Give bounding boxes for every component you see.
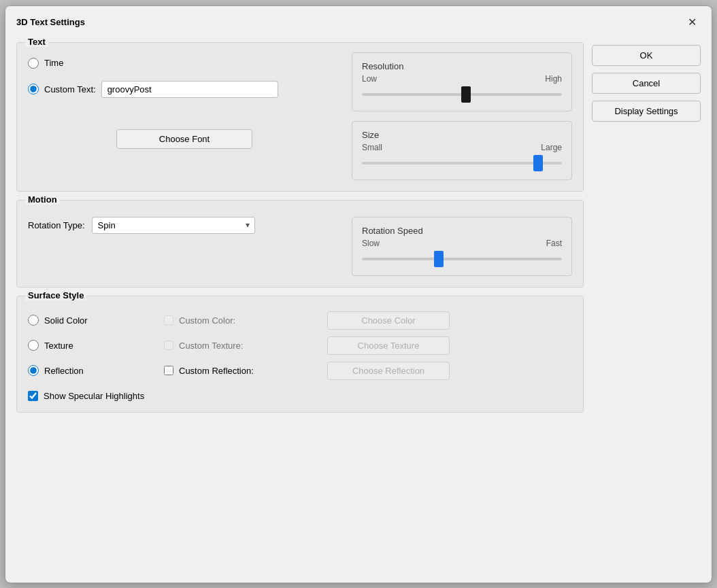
custom-texture-label: Custom Texture: xyxy=(179,341,243,351)
rotation-row: Rotation Type: Spin Seesaw None xyxy=(28,217,341,234)
specular-label: Show Specular Highlights xyxy=(44,391,144,401)
reflection-radio-col: Reflection xyxy=(28,365,164,376)
text-section-inner: Time Custom Text: Choose Font xyxy=(28,52,572,180)
size-slider-container xyxy=(362,155,562,171)
surface-section-label: Surface Style xyxy=(25,290,86,300)
ok-button[interactable]: OK xyxy=(592,45,701,66)
text-section: Text Time Custom Text: Choos xyxy=(16,42,584,192)
rotation-speed-label: Rotation Speed xyxy=(362,226,562,236)
size-label: Size xyxy=(362,130,562,140)
custom-reflection-checkbox[interactable] xyxy=(164,366,173,375)
size-labels: Small Large xyxy=(362,143,562,152)
right-panel: OK Cancel Display Settings xyxy=(592,42,701,572)
texture-radio-col: Texture xyxy=(28,340,164,351)
rotation-type-select-wrapper: Spin Seesaw None xyxy=(92,217,255,234)
custom-texture-checkbox[interactable] xyxy=(164,341,173,350)
resolution-high-label: High xyxy=(545,74,562,84)
motion-section-label: Motion xyxy=(25,194,60,205)
custom-reflection-label: Custom Reflection: xyxy=(179,366,254,376)
motion-section-inner: Rotation Type: Spin Seesaw None xyxy=(28,210,572,276)
custom-text-radio[interactable] xyxy=(28,84,39,94)
solid-color-label: Solid Color xyxy=(44,315,88,326)
reflection-label: Reflection xyxy=(44,366,84,376)
specular-checkbox[interactable] xyxy=(28,391,38,401)
rotation-type-label: Rotation Type: xyxy=(28,220,85,230)
text-right: Resolution Low High Size xyxy=(352,52,572,180)
motion-right: Rotation Speed Slow Fast xyxy=(352,210,572,276)
text-section-label: Text xyxy=(25,37,48,47)
texture-row: Texture Custom Texture: Choose Texture xyxy=(28,336,572,355)
texture-radio[interactable] xyxy=(28,340,39,351)
custom-color-checkbox[interactable] xyxy=(164,315,173,325)
rotation-speed-fast-label: Fast xyxy=(546,239,562,248)
specular-row: Show Specular Highlights xyxy=(28,391,572,401)
choose-font-button[interactable]: Choose Font xyxy=(116,129,252,149)
rotation-speed-group: Rotation Speed Slow Fast xyxy=(352,217,572,276)
rotation-type-select[interactable]: Spin Seesaw None xyxy=(92,217,255,234)
resolution-labels: Low High xyxy=(362,74,562,84)
time-radio-row: Time xyxy=(28,58,341,69)
rotation-speed-slider-container xyxy=(362,251,562,267)
resolution-slider[interactable] xyxy=(362,93,562,96)
time-radio[interactable] xyxy=(28,58,39,69)
custom-text-input[interactable] xyxy=(101,81,278,98)
custom-color-label: Custom Color: xyxy=(179,315,235,326)
custom-text-row: Custom Text: xyxy=(28,81,341,98)
size-large-label: Large xyxy=(541,143,562,152)
rotation-speed-slow-label: Slow xyxy=(362,239,380,248)
solid-color-radio[interactable] xyxy=(28,315,39,326)
size-small-label: Small xyxy=(362,143,382,152)
close-button[interactable]: ✕ xyxy=(684,14,701,30)
display-settings-button[interactable]: Display Settings xyxy=(592,101,701,122)
custom-texture-check-col: Custom Texture: xyxy=(164,341,327,351)
resolution-label: Resolution xyxy=(362,61,562,71)
choose-reflection-button[interactable]: Choose Reflection xyxy=(327,362,450,380)
cancel-button[interactable]: Cancel xyxy=(592,73,701,94)
reflection-row: Reflection Custom Reflection: Choose Ref… xyxy=(28,362,572,380)
custom-reflection-check-col: Custom Reflection: xyxy=(164,366,327,376)
text-left: Time Custom Text: Choose Font xyxy=(28,52,341,180)
left-panel: Text Time Custom Text: Choos xyxy=(16,42,584,572)
choose-color-button[interactable]: Choose Color xyxy=(327,311,450,330)
solid-color-row: Solid Color Custom Color: Choose Color xyxy=(28,311,572,330)
motion-left: Rotation Type: Spin Seesaw None xyxy=(28,210,341,276)
texture-label: Texture xyxy=(44,341,73,351)
resolution-group: Resolution Low High xyxy=(352,52,572,111)
reflection-radio[interactable] xyxy=(28,365,39,376)
resolution-low-label: Low xyxy=(362,74,377,84)
custom-text-label: Custom Text: xyxy=(44,84,96,94)
title-bar: 3D Text Settings ✕ xyxy=(5,6,712,35)
choose-texture-button[interactable]: Choose Texture xyxy=(327,336,450,355)
solid-color-radio-col: Solid Color xyxy=(28,315,164,326)
surface-section-inner: Solid Color Custom Color: Choose Color T… xyxy=(28,306,572,401)
main-dialog: 3D Text Settings ✕ Text Time Custom Text… xyxy=(5,5,712,583)
resolution-slider-container xyxy=(362,86,562,103)
motion-section: Motion Rotation Type: Spin Seesaw None xyxy=(16,200,584,288)
rotation-speed-labels: Slow Fast xyxy=(362,239,562,248)
custom-color-check-col: Custom Color: xyxy=(164,315,327,326)
size-group: Size Small Large xyxy=(352,121,572,180)
dialog-body: Text Time Custom Text: Choos xyxy=(5,35,712,583)
dialog-title: 3D Text Settings xyxy=(16,17,85,27)
size-slider[interactable] xyxy=(362,162,562,165)
rotation-speed-slider[interactable] xyxy=(362,258,562,260)
surface-section: Surface Style Solid Color Custom Color: … xyxy=(16,296,584,413)
time-label: Time xyxy=(44,58,63,68)
